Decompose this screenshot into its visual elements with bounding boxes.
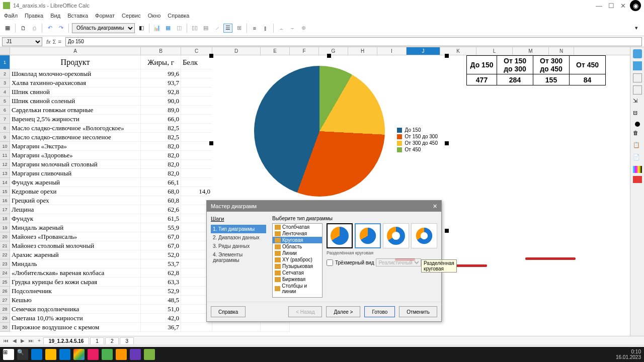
menu-tools[interactable]: Сервис — [122, 13, 141, 19]
wizard-step-1[interactable]: 1. Тип диаграммы — [211, 225, 266, 233]
navigator-icon[interactable]: ⇲ — [633, 98, 642, 107]
undo-icon[interactable]: ↶ — [45, 24, 54, 33]
search-icon[interactable]: 🔍 — [17, 349, 28, 360]
explorer-icon[interactable] — [45, 349, 56, 360]
chart-area-selector[interactable]: Область диаграммы — [72, 23, 135, 33]
maximize-button[interactable]: ☐ — [608, 2, 614, 10]
menu-file[interactable]: Файл — [4, 13, 18, 19]
recorder-icon[interactable]: ◉ — [630, 0, 641, 11]
menu-format[interactable]: Формат — [95, 13, 115, 19]
legend-icon[interactable]: ☰ — [223, 24, 232, 33]
chart-type-item[interactable]: Область — [273, 243, 322, 250]
chart-type-item[interactable]: Круговая — [273, 237, 322, 243]
menu-insert[interactable]: Вставка — [67, 13, 88, 19]
scale-y-icon[interactable]: ⫟ — [288, 24, 297, 33]
select-icon[interactable] — [633, 61, 642, 70]
menu-help[interactable]: Справка — [168, 13, 189, 19]
close-button[interactable]: ✕ — [620, 2, 626, 10]
point-icon[interactable] — [635, 122, 640, 127]
new-icon[interactable]: 🗋 — [19, 24, 28, 33]
menu-window[interactable]: Окно — [148, 13, 161, 19]
app-icon[interactable] — [88, 349, 99, 360]
sheet-tab[interactable]: 2 — [105, 337, 119, 344]
subtype-donut[interactable] — [383, 223, 409, 248]
chart-data-icon[interactable]: ▦ — [164, 24, 173, 33]
app-icon[interactable] — [102, 349, 113, 360]
sheet-tab[interactable]: 1 — [90, 337, 104, 344]
chart-hbar-icon[interactable]: ▤ — [201, 24, 210, 33]
chart-line-icon[interactable]: ⟋ — [212, 24, 221, 33]
print-icon[interactable]: ⎙ — [30, 24, 39, 33]
formula-input[interactable] — [65, 37, 642, 46]
finish-button[interactable]: Готово — [364, 306, 395, 317]
subtype-exploded-donut[interactable] — [411, 223, 437, 248]
color-palette-icon[interactable] — [633, 166, 642, 173]
chart-type-item[interactable]: Биржевая — [273, 276, 322, 283]
gallery-icon[interactable] — [633, 85, 642, 95]
tab-next-icon[interactable]: ▶ — [19, 338, 26, 343]
chart-type-item[interactable]: Пузырьковая — [273, 263, 322, 269]
tab-prev-icon[interactable]: ◀ — [11, 338, 18, 343]
minimize-button[interactable]: — — [596, 2, 602, 10]
zoom-icon[interactable]: ⊕ — [299, 24, 308, 33]
chart-3d-icon[interactable]: ◫ — [175, 24, 184, 33]
wizard-step-4[interactable]: 4. Элементы диаграммы — [211, 250, 266, 264]
styles-icon[interactable] — [633, 73, 642, 82]
cancel-button[interactable]: Отменить — [399, 306, 437, 317]
menu-edit[interactable]: Правка — [25, 13, 43, 19]
wizard-step-2[interactable]: 2. Диапазон данных — [211, 233, 266, 242]
wizard-step-3[interactable]: 3. Ряды данных — [211, 242, 266, 250]
format-select-icon[interactable]: ▦ — [3, 24, 12, 33]
pie-plot[interactable] — [254, 66, 385, 197]
edge-icon[interactable] — [59, 349, 70, 360]
fx-icon[interactable]: fx — [46, 39, 51, 45]
menu-view[interactable]: Вид — [50, 13, 60, 19]
sum-icon[interactable]: Σ — [53, 39, 56, 45]
help-button[interactable]: Справка — [211, 306, 246, 317]
tab-add-icon[interactable]: + — [36, 338, 42, 343]
chart-bars-icon[interactable]: ▯▯ — [190, 24, 199, 33]
calc-icon[interactable] — [144, 349, 155, 360]
dialog-titlebar[interactable]: Мастер диаграмм ✕ — [207, 201, 441, 212]
cell-reference[interactable]: J1 — [2, 37, 42, 46]
3d-checkbox[interactable] — [327, 259, 333, 266]
chart-type-item[interactable]: XY (разброс) — [273, 256, 322, 263]
chart-type-icon[interactable]: 📊 — [152, 24, 162, 33]
app-icon[interactable] — [130, 349, 141, 360]
format-selection-icon[interactable]: ◧ — [137, 24, 146, 33]
chart-type-item[interactable]: Сетчатая — [273, 269, 322, 276]
paste-icon[interactable]: 📄 — [633, 154, 642, 163]
equals-icon[interactable]: = — [58, 39, 61, 45]
chart-legend[interactable]: До 150 От 150 до 300 От 300 до 450 От 45… — [397, 126, 438, 153]
trash-icon[interactable]: 🗑 — [633, 130, 642, 139]
taskbar-clock[interactable]: 0:10 16.01.2023 — [616, 349, 641, 360]
scale-x-icon[interactable]: ⫠ — [277, 24, 286, 33]
functions-icon[interactable]: ⊟ — [633, 110, 642, 119]
chart-type-item[interactable]: Линии — [273, 250, 322, 256]
column-headers[interactable]: AB CD EF GH IJ KL MN — [0, 47, 630, 55]
start-icon[interactable]: ⊞ — [3, 349, 14, 360]
task-view-icon[interactable] — [31, 349, 42, 360]
close-toolbar-icon[interactable]: ▾ — [632, 24, 641, 33]
chrome-icon[interactable] — [73, 349, 85, 360]
chart-type-item[interactable]: Ленточная — [273, 230, 322, 237]
next-button[interactable]: Далее > — [326, 306, 360, 317]
grid-h-icon[interactable]: ⊞ — [234, 24, 244, 33]
chart-type-list[interactable]: СтолбчатаяЛенточнаяКруговаяОбластьЛинииX… — [272, 223, 323, 298]
tab-last-icon[interactable]: ⏭ — [27, 338, 35, 343]
properties-icon[interactable] — [633, 49, 642, 58]
color-swatch-icon[interactable] — [633, 176, 642, 183]
sheet-tab-active[interactable]: 19_1.2.3.4.5.16 — [43, 337, 90, 344]
chart-type-item[interactable]: Столбцы и линии — [273, 283, 322, 295]
app-icon[interactable] — [116, 349, 127, 360]
grid-v-icon[interactable]: ≡ — [250, 24, 259, 33]
chart-type-item[interactable]: Столбчатая — [273, 224, 322, 230]
tab-first-icon[interactable]: ⏮ — [2, 338, 10, 343]
redo-icon[interactable]: ↷ — [56, 24, 65, 33]
subtype-pie[interactable] — [327, 223, 353, 248]
axis-icon[interactable]: ⫿ — [261, 24, 270, 33]
subtype-exploded-pie[interactable] — [355, 223, 381, 248]
sheet-tab[interactable]: 3 — [120, 337, 134, 344]
clipboard-icon[interactable]: 📋 — [633, 142, 642, 151]
dialog-close-icon[interactable]: ✕ — [433, 203, 437, 210]
